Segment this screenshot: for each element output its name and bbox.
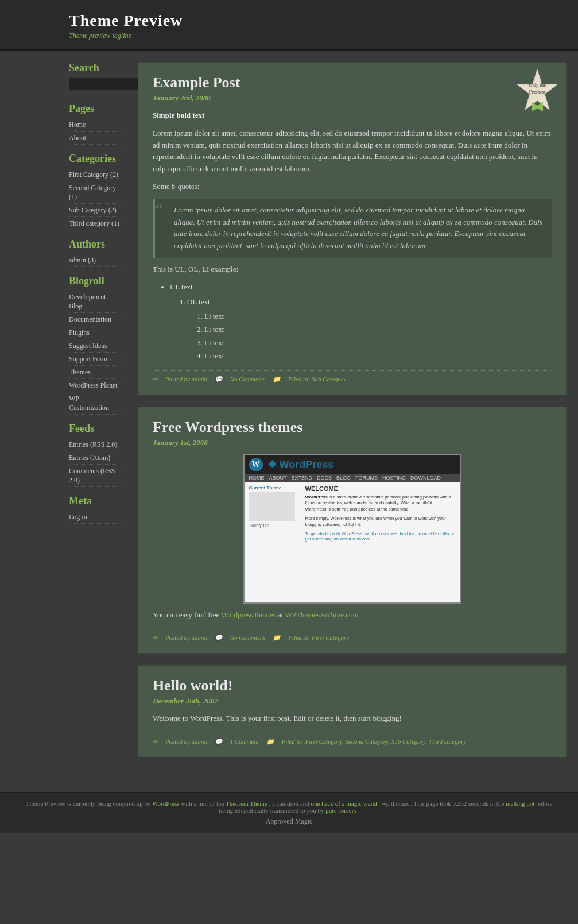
meta-list: Log in: [69, 511, 121, 524]
post-meta-example: ✏ Posted by admin 💬 No Comments 📁 Filed …: [153, 370, 552, 383]
meta-filed-wp: Filed to: First Category: [288, 634, 349, 641]
wp-get-started: To get started with WordPress, set it up…: [305, 531, 456, 542]
blogroll-link-wpplanet[interactable]: WordPress Planet: [69, 381, 118, 389]
list-item: OL text Li text Li text Li text Li text: [187, 296, 552, 362]
meta-comments-hello: 1 Comment: [230, 738, 259, 745]
list-item: Development Blog: [69, 291, 121, 313]
wp-desc: You can easy find free Wordpress themes …: [153, 609, 552, 621]
post-intro: Lorem ipsum dolor sit amet, consectetur …: [153, 127, 552, 175]
wp-menu-download: DOWNLOAD: [410, 475, 441, 481]
wp-archive-link[interactable]: WPThemesArchive.com: [285, 610, 358, 619]
wp-welcome-text: WordPress is a state-of-the-art semantic…: [305, 494, 456, 513]
footer-wp-text: , wp themes: [378, 800, 409, 807]
footer-theorem-link[interactable]: Theorem Theme: [226, 800, 267, 807]
post-icon-pencil: ✏: [153, 376, 158, 382]
wp-menu-forums: FORUMS: [355, 475, 378, 481]
meta-link-login[interactable]: Log in: [69, 513, 87, 521]
blogroll-link-plugins[interactable]: Plugins: [69, 328, 90, 337]
list-item: Home: [69, 118, 121, 132]
post-ul: UL text OL text Li text Li text Li text …: [170, 281, 552, 362]
footer-text: Theme Preview is currently being conjure…: [23, 800, 555, 814]
feeds-list: Entries (RSS 2.0) Entries (Atom) Comment…: [69, 438, 121, 487]
wp-title-text: ❖ WordPress: [267, 458, 334, 471]
list-item: Log in: [69, 511, 121, 524]
meta-section-title: Meta: [69, 495, 121, 507]
footer-wordpress-link[interactable]: WordPress: [152, 800, 181, 807]
meta-filed-hello: Filed to: First Category, Second Categor…: [282, 738, 467, 745]
post-blockquote: “ Lorem ipsum dolor sit amet, consectetu…: [153, 199, 552, 258]
wp-theme-name: Twenty Ten: [249, 523, 301, 527]
blogroll-link-wpcustom[interactable]: WP Customization: [69, 395, 109, 412]
post-icon-folder: 📁: [273, 376, 281, 382]
post-ol: OL text Li text Li text Li text Li text: [187, 296, 552, 362]
svg-marker-3: [532, 102, 543, 111]
blogroll-link-support[interactable]: Support Forum: [69, 355, 111, 363]
wp-theme-thumbnail: [249, 492, 295, 521]
feed-link-atom[interactable]: Entries (Atom): [69, 454, 110, 462]
post-title-example[interactable]: Example Post: [153, 74, 552, 91]
post-title-hello[interactable]: Hello world!: [153, 677, 552, 694]
ul-label: This is UL, OL, LI example:: [153, 264, 552, 276]
footer-heck-link[interactable]: one heck of a magic wand: [311, 800, 377, 807]
feed-link-comments[interactable]: Comments (RSS 2.0): [69, 467, 115, 484]
post-content-hello: Welcome to WordPress. This is your first…: [153, 713, 552, 725]
footer-pure-link[interactable]: pure sorcery: [325, 807, 357, 814]
wp-desc-at: at: [278, 610, 283, 619]
post-icon-comment: 💬: [215, 376, 223, 382]
post-date-example: January 2nd, 2008: [153, 94, 552, 103]
author-link-admin[interactable]: admin (3): [69, 256, 96, 264]
wp-menu-bar: HOME ABOUT EXTEND DOCS BLOG FORUMS HOSTI…: [245, 474, 460, 482]
wp-main-content-area: WELCOME WordPress is a state-of-the-art …: [305, 485, 456, 599]
search-form: [69, 78, 121, 95]
category-link-second[interactable]: Second Category (1): [69, 184, 116, 201]
category-link-third[interactable]: Third category (1): [69, 219, 119, 227]
wp-welcome-heading: WELCOME: [305, 485, 456, 492]
blogroll-link-devblog[interactable]: Development Blog: [69, 293, 106, 310]
footer-text-mid: with a hint of the: [181, 800, 224, 807]
hello-icon-folder: 📁: [266, 738, 274, 745]
list-item: First Category (2): [69, 168, 121, 181]
footer-melting-link[interactable]: melting pot: [506, 800, 534, 807]
wp-icon-folder: 📁: [273, 634, 281, 641]
wp-content-area: Current Theme Twenty Ten WELCOME WordPre…: [245, 482, 460, 602]
post-title-link-hello[interactable]: Hello world!: [153, 677, 232, 694]
post-wordpress-themes: Free Wordpress themes January 1st, 2008 …: [138, 407, 567, 654]
list-item: Second Category (1): [69, 181, 121, 204]
category-link-first[interactable]: First Category (2): [69, 171, 118, 179]
wp-logo-icon: W: [249, 458, 263, 471]
list-item: Suggest Ideas: [69, 339, 121, 353]
category-link-sub[interactable]: Sub Category (2): [69, 206, 117, 214]
categories-section-title: Categories: [69, 153, 121, 165]
list-item: Comments (RSS 2.0): [69, 465, 121, 487]
meta-posted-example: Posted by admin: [165, 376, 207, 382]
blogroll-link-themes[interactable]: Themes: [69, 368, 91, 376]
list-item: Entries (RSS 2.0): [69, 438, 121, 451]
feed-link-rss[interactable]: Entries (RSS 2.0): [69, 440, 117, 449]
post-meta-hello: ✏ Posted by admin 💬 1 Comment 📁 Filed to…: [153, 733, 552, 745]
blogroll-link-ideas[interactable]: Suggest Ideas: [69, 342, 107, 350]
footer-text-pre: Theme Preview is currently being conjure…: [26, 800, 151, 807]
post-bold-line: Simple bold text: [153, 110, 552, 122]
list-item: About: [69, 132, 121, 145]
blogroll-link-docs[interactable]: Documentation: [69, 315, 111, 323]
footer-cauldron-text: , a cauldron and: [269, 800, 309, 807]
blockquote-text: Lorem ipsum dolor sit amet, consectetur …: [164, 204, 543, 252]
post-title-link-wp[interactable]: Free Wordpress themes: [153, 419, 302, 435]
page-link-about[interactable]: About: [69, 134, 86, 142]
wp-themes-link[interactable]: Wordpress themes: [221, 610, 278, 619]
page-link-home[interactable]: Home: [69, 121, 86, 129]
list-item: UL text OL text Li text Li text Li text …: [170, 281, 552, 362]
wp-menu-hosting: HOSTING: [382, 475, 406, 481]
wp-current-theme-label: Current Theme: [249, 485, 301, 490]
sidebar: Search Pages Home About Categories First…: [0, 62, 126, 780]
post-title-link-example[interactable]: Example Post: [153, 74, 240, 91]
wp-menu-extend: EXTEND: [292, 475, 313, 481]
wp-menu-home: HOME: [249, 475, 265, 481]
wp-menu-docs: DOCS: [317, 475, 332, 481]
freshest-badge: Only the Freshest: [514, 68, 560, 117]
post-title-wp[interactable]: Free Wordpress themes: [153, 419, 552, 436]
badge-svg: Only the Freshest: [514, 68, 560, 114]
bold-text: Simple bold text: [153, 111, 204, 119]
main-content: Only the Freshest Example Post January 2…: [126, 62, 578, 780]
list-item: Themes: [69, 366, 121, 379]
